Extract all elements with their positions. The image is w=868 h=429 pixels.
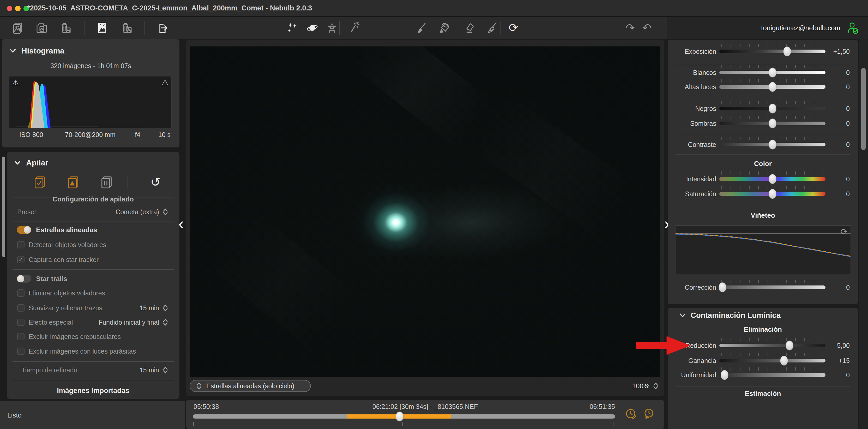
slider-thumb[interactable] xyxy=(769,68,776,78)
chevron-down-icon xyxy=(9,49,16,53)
left-panel-scrollbar[interactable] xyxy=(2,157,5,257)
slider-thumb[interactable] xyxy=(783,47,791,56)
stack-paused-images-button[interactable] xyxy=(100,175,113,189)
slider-ganancia: Ganancia +15 xyxy=(668,353,858,368)
slider-thumb[interactable] xyxy=(785,341,794,350)
right-panel-scrollbar-thumb[interactable] xyxy=(861,68,866,150)
vignette-refresh-icon[interactable]: ⟳ xyxy=(840,227,847,237)
exclude-stray-light-checkbox[interactable] xyxy=(17,347,25,355)
stars-icon[interactable] xyxy=(286,22,299,34)
time-restore-icon[interactable] xyxy=(642,408,655,421)
slider-label: Uniformidad xyxy=(668,371,716,379)
broom-icon[interactable] xyxy=(486,22,498,34)
stack-flagged-images-button[interactable] xyxy=(66,175,80,189)
slider-thumb[interactable] xyxy=(721,370,728,380)
delete-image-icon[interactable] xyxy=(121,22,133,34)
slider-track[interactable] xyxy=(719,143,826,146)
slider-track[interactable] xyxy=(719,285,826,289)
chevron-down-icon xyxy=(679,313,686,318)
histogram-section-header[interactable]: Histograma xyxy=(9,47,64,55)
image-canvas[interactable] xyxy=(190,47,660,377)
detect-flying-checkbox[interactable] xyxy=(17,241,25,248)
slider-value: 0 xyxy=(816,69,850,76)
reset-stack-icon[interactable]: ↺ xyxy=(149,175,162,189)
slider-track[interactable] xyxy=(719,177,826,181)
stack-section-header[interactable]: Apilar xyxy=(14,158,48,167)
divider xyxy=(676,205,850,205)
slider-value: 0 xyxy=(816,83,850,91)
elimination-title: Eliminación xyxy=(668,326,858,334)
slider-track[interactable] xyxy=(719,192,826,196)
star-trails-label: Star trails xyxy=(36,275,67,283)
account-bar[interactable]: tonigutierrez@nebulb.com xyxy=(666,17,868,39)
preset-select[interactable]: Cometa (extra) xyxy=(116,208,168,216)
slider-track[interactable] xyxy=(719,71,826,74)
slider-track[interactable] xyxy=(719,50,826,53)
special-effect-select[interactable]: Fundido inicial y final xyxy=(99,318,168,326)
user-account-icon[interactable] xyxy=(845,21,859,35)
smooth-trails-select[interactable]: 15 min xyxy=(140,304,168,312)
slider-thumb[interactable] xyxy=(769,103,776,114)
right-panel-scrollbar[interactable] xyxy=(859,39,868,429)
slider-track[interactable] xyxy=(719,85,826,89)
timeline-tick xyxy=(193,422,194,426)
slider-thumb[interactable] xyxy=(769,119,776,128)
timeline-thumb[interactable] xyxy=(396,411,403,422)
slider-track[interactable] xyxy=(719,344,826,347)
divider xyxy=(676,135,850,135)
paint-bucket-icon[interactable] xyxy=(438,22,451,34)
time-confirm-icon[interactable] xyxy=(625,408,638,421)
timeline-track[interactable] xyxy=(193,415,615,419)
align-mode-dropdown[interactable]: Estrellas alineadas (solo cielo) xyxy=(190,380,311,392)
slider-thumb[interactable] xyxy=(780,356,788,366)
redo-icon[interactable]: ↷ xyxy=(626,23,635,33)
smooth-trails-checkbox[interactable] xyxy=(17,304,25,312)
slider-track[interactable] xyxy=(719,373,826,377)
import-images-icon[interactable] xyxy=(11,22,24,34)
brush-icon[interactable] xyxy=(415,22,428,34)
show-image-icon[interactable] xyxy=(96,22,108,34)
magic-wand-icon[interactable] xyxy=(347,22,360,34)
refine-time-select[interactable]: 15 min xyxy=(140,366,168,374)
zoom-control[interactable]: 100% xyxy=(632,380,659,391)
divider xyxy=(676,386,850,387)
eraser-icon[interactable] xyxy=(463,22,476,34)
imported-images-title[interactable]: Imágenes Importadas xyxy=(7,387,180,395)
slider-label: Saturación xyxy=(668,190,716,198)
collapse-left-panel-handle[interactable]: ‹ xyxy=(178,215,184,232)
color-section-title: Color xyxy=(668,160,858,168)
star-trails-toggle[interactable] xyxy=(17,275,31,283)
undo-icon[interactable]: ↶ xyxy=(642,23,651,33)
star-tracker-checkbox[interactable]: ✓ xyxy=(17,256,25,263)
slider-thumb[interactable] xyxy=(769,82,776,92)
remove-flying-checkbox[interactable] xyxy=(17,289,25,297)
light-pollution-header[interactable]: Contaminación Lumínica xyxy=(679,311,781,320)
planet-icon[interactable] xyxy=(306,22,318,34)
recompute-icon[interactable]: ⟳ xyxy=(508,22,518,33)
histogram-title: Histograma xyxy=(21,47,64,55)
delete-images-icon[interactable] xyxy=(59,22,72,34)
slider-thumb[interactable] xyxy=(769,174,776,184)
exclude-twilight-checkbox[interactable] xyxy=(17,333,25,340)
stack-checked-images-button[interactable] xyxy=(33,175,46,189)
special-effect-checkbox[interactable] xyxy=(17,318,25,326)
remove-flying-label: Eliminar objetos voladores xyxy=(29,289,105,297)
account-email: tonigutierrez@nebulb.com xyxy=(761,24,840,32)
refine-time-row: Tiempo de refinado 15 min xyxy=(7,365,180,375)
slider-track[interactable] xyxy=(719,359,826,363)
slider-track[interactable] xyxy=(719,122,826,125)
slider-thumb[interactable] xyxy=(769,189,776,199)
pylon-icon[interactable] xyxy=(326,22,338,34)
slider-reduccion: Reducción 5,00 xyxy=(668,338,858,353)
import-folder-icon[interactable] xyxy=(35,22,48,34)
close-window-button[interactable] xyxy=(7,6,12,11)
export-icon[interactable] xyxy=(156,22,169,34)
slider-track[interactable] xyxy=(719,107,826,111)
slider-uniformidad: Uniformidad 0 xyxy=(668,368,858,382)
preset-row[interactable]: Preset Cometa (extra) xyxy=(7,207,180,217)
aligned-stars-toggle[interactable] xyxy=(17,226,31,234)
minimize-window-button[interactable] xyxy=(15,6,21,11)
slider-thumb[interactable] xyxy=(718,282,726,292)
slider-thumb[interactable] xyxy=(769,140,776,150)
exclude-twilight-row: Excluir imágenes crepusculares xyxy=(7,331,180,342)
